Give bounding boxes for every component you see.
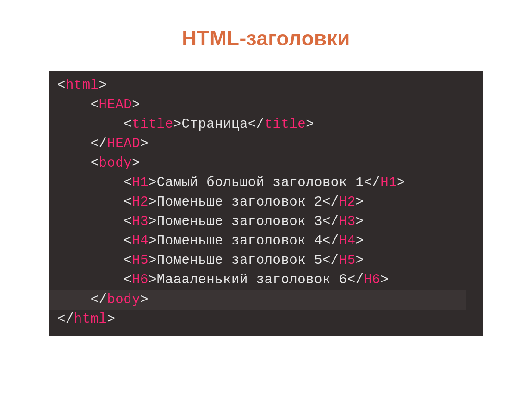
code-line-head-close: </HEAD> (57, 134, 475, 154)
code-line-h6: <H6>Маааленький заголовок 6</H6> (57, 270, 475, 290)
code-line-html-open: <html> (57, 76, 475, 95)
code-line-h5: <H5>Поменьше заголовок 5</H5> (57, 251, 475, 270)
code-line-h3: <H3>Поменьше заголовок 3</H3> (57, 212, 475, 231)
code-editor: <html> <HEAD> <title>Страница</title> </… (49, 71, 483, 336)
code-line-h4: <H4>Поменьше заголовок 4</H4> (57, 231, 475, 251)
slide-title: HTML-заголовки (0, 0, 532, 71)
code-line-h2: <H2>Поменьше заголовок 2</H2> (57, 193, 475, 212)
code-line-html-close: </html> (57, 310, 475, 329)
code-line-body-open: <body> (57, 154, 475, 173)
code-line-h1: <H1>Самый большой заголовок 1</H1> (57, 173, 475, 193)
code-line-head-open: <HEAD> (57, 95, 475, 115)
code-line-title: <title>Страница</title> (57, 115, 475, 134)
code-line-body-close: </body> (57, 290, 475, 310)
